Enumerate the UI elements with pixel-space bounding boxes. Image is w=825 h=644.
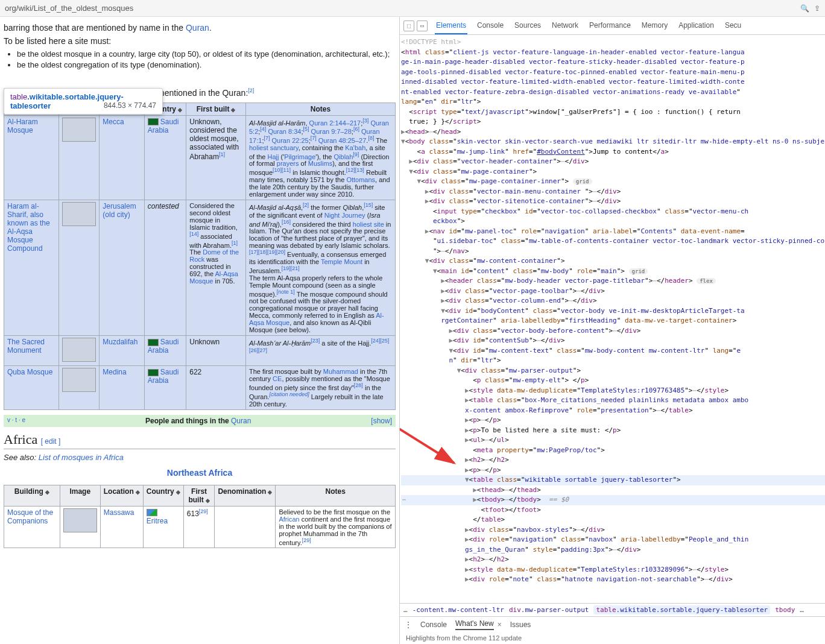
col-first-built[interactable]: First built◆ (186, 103, 246, 115)
drawer-tab-console[interactable]: Console (420, 620, 447, 629)
devtools-panel: ⬚ ▭ Elements Console Sources Network Per… (399, 17, 825, 644)
drawer-menu-icon[interactable]: ⋮ (405, 620, 412, 629)
element-inspector-tooltip: table.wikitable.sortable.jquery-tablesor… (4, 88, 163, 115)
flag-icon (148, 369, 159, 376)
share-icon[interactable]: ⇪ (814, 4, 820, 13)
list-item: be the oldest congregation of its type (… (17, 60, 396, 69)
tab-application[interactable]: Application (677, 17, 715, 34)
col-notes: Notes (245, 103, 395, 115)
dom-tree[interactable]: <!DOCTYPE html> <html class="client-js v… (400, 35, 825, 603)
drawer-tab-issues[interactable]: Issues (510, 620, 531, 629)
device-toolbar-icon[interactable]: ▭ (417, 21, 428, 31)
page-content: barring those that are mentioned by name… (0, 17, 399, 644)
thumbnail[interactable] (62, 202, 96, 226)
thumbnail[interactable] (62, 118, 96, 142)
flag-icon (148, 118, 159, 125)
quran-link[interactable]: Quran (186, 23, 209, 33)
show-toggle[interactable]: [show] (371, 417, 392, 425)
vte-links[interactable]: v · t · e (7, 417, 25, 425)
table-row: The Sacred Monument Muzdalifah Saudi Ara… (4, 336, 396, 366)
edit-link[interactable]: [ edit ] (41, 437, 61, 446)
subregion-heading[interactable]: Northeast Africa (167, 468, 232, 478)
flag-icon (147, 509, 157, 516)
criteria-list: be the oldest mosque in a country, large… (17, 49, 396, 69)
search-icon[interactable]: 🔍 (800, 4, 809, 13)
whatsnew-heading: Highlights from the Chrome 112 update (400, 632, 825, 644)
tab-performance[interactable]: Performance (588, 17, 632, 34)
tab-sources[interactable]: Sources (513, 17, 542, 34)
close-icon[interactable]: × (498, 620, 502, 629)
thumbnail[interactable] (62, 338, 96, 362)
table-row: Haram al-Sharif, also known as the Al-Aq… (4, 200, 396, 335)
inspect-element-icon[interactable]: ⬚ (403, 21, 414, 31)
flag-icon (148, 339, 159, 346)
thumbnail[interactable] (62, 368, 96, 392)
tab-elements[interactable]: Elements (435, 17, 467, 34)
table-row: Al-Haram Mosque Mecca Saudi Arabia Unkno… (4, 115, 396, 200)
drawer-tab-whatsnew[interactable]: What's New (455, 619, 494, 630)
tab-console[interactable]: Console (476, 17, 505, 34)
tab-network[interactable]: Network (551, 17, 580, 34)
list-item: be the oldest mosque in a country, large… (17, 49, 396, 58)
criteria-lead: To be listed here a site must: (4, 36, 396, 46)
africa-table[interactable]: Building◆ Image Location◆ Country◆ First… (4, 485, 396, 549)
oldest-mosques-table[interactable]: Building◆ Image Location◆ Country◆ First… (4, 103, 396, 410)
section-heading-africa: Africa (4, 432, 37, 447)
thumbnail[interactable] (63, 508, 97, 532)
table-row: Mosque of the Companions Massawa Eritrea… (4, 506, 396, 548)
navbox-footer: v · t · e People and things in the Quran… (4, 415, 396, 427)
tab-memory[interactable]: Memory (640, 17, 669, 34)
selected-dom-node[interactable]: ▼<table class="wikitable sortable jquery… (401, 475, 825, 485)
breadcrumb[interactable]: … -content.mw-content-ltr div.mw-parser-… (400, 603, 825, 616)
url-path: org/wiki/List_of_the_oldest_mosques (5, 4, 133, 13)
table-row: Quba Mosque Medina Saudi Arabia 622 The … (4, 366, 396, 409)
tab-security[interactable]: Secu (724, 17, 742, 34)
